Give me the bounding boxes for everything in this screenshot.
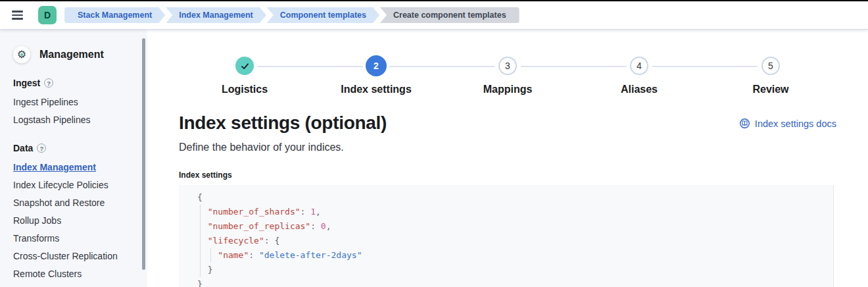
wizard-step-logistics[interactable]: Logistics xyxy=(179,57,310,95)
sidebar-title: Management xyxy=(39,49,104,61)
management-sidebar: ⚙ Management Ingest?Ingest PipelinesLogs… xyxy=(0,29,147,287)
help-question-icon[interactable]: ? xyxy=(37,144,46,153)
check-icon xyxy=(240,61,250,71)
main-panel: Logistics2Index settings3Mappings4Aliase… xyxy=(147,29,868,287)
step-circle[interactable]: 4 xyxy=(630,57,648,75)
code-line: "number_of_shards": 1, xyxy=(197,205,833,219)
sidebar-sections: Ingest?Ingest PipelinesLogstash Pipeline… xyxy=(12,78,138,287)
step-circle[interactable]: 5 xyxy=(761,57,780,75)
sidebar-item-cross-cluster-replication[interactable]: Cross-Cluster Replication xyxy=(13,247,138,265)
sidebar-item-transforms[interactable]: Transforms xyxy=(13,229,138,247)
page-title: Index settings (optional) xyxy=(179,113,387,134)
docs-link-label: Index settings docs xyxy=(755,118,836,129)
step-label: Review xyxy=(705,84,836,95)
sidebar-heading-label: Ingest xyxy=(13,78,40,88)
sidebar-heading-data: Data? xyxy=(13,143,138,153)
app-header: D Stack ManagementIndex ManagementCompon… xyxy=(0,1,868,30)
sidebar-item-remote-clusters[interactable]: Remote Clusters xyxy=(13,265,138,282)
help-question-icon[interactable]: ? xyxy=(44,78,53,88)
code-line: "number_of_replicas": 0, xyxy=(197,219,833,234)
step-content: Index settings (optional) Index settings… xyxy=(147,113,868,287)
step-circle[interactable]: 2 xyxy=(366,55,387,76)
sidebar-heading-label: Data xyxy=(13,143,33,153)
indent-guide xyxy=(210,248,211,263)
breadcrumb-component-templates[interactable]: Component templates xyxy=(267,7,379,23)
code-line: { xyxy=(197,190,833,205)
step-label: Index settings xyxy=(310,84,442,95)
space-avatar[interactable]: D xyxy=(38,6,57,24)
documentation-icon xyxy=(739,118,750,129)
sidebar-item-index-lifecycle-policies[interactable]: Index Lifecycle Policies xyxy=(13,176,138,194)
sidebar-item-snapshot-and-restore[interactable]: Snapshot and Restore xyxy=(13,194,138,211)
step-label: Logistics xyxy=(179,84,310,95)
sidebar-item-ingest-pipelines[interactable]: Ingest Pipelines xyxy=(13,93,138,111)
menu-hamburger-icon[interactable] xyxy=(8,3,33,28)
breadcrumb-stack-management[interactable]: Stack Management xyxy=(64,7,165,23)
gear-icon: ⚙ xyxy=(13,46,30,63)
sidebar-item-rollup-jobs[interactable]: Rollup Jobs xyxy=(13,211,138,229)
editor-label: Index settings xyxy=(179,170,836,180)
breadcrumbs: Stack ManagementIndex ManagementComponen… xyxy=(64,7,520,23)
breadcrumb-create-component-templates: Create component templates xyxy=(380,7,519,23)
code-line: } xyxy=(197,263,833,277)
wizard-step-review[interactable]: 5Review xyxy=(705,57,836,95)
breadcrumb-index-management[interactable]: Index Management xyxy=(166,7,266,23)
sidebar-section-data: Data?Index ManagementIndex Lifecycle Pol… xyxy=(12,143,138,287)
code-line: "lifecycle": { xyxy=(197,234,833,248)
sidebar-item-index-management[interactable]: Index Management xyxy=(13,158,138,176)
step-label: Aliases xyxy=(573,84,705,95)
sidebar-heading-ingest: Ingest? xyxy=(13,78,138,88)
code-line: "name": "delete-after-2days" xyxy=(197,248,833,263)
sidebar-item-logstash-pipelines[interactable]: Logstash Pipelines xyxy=(13,111,138,128)
sidebar-scrollbar[interactable] xyxy=(142,38,145,270)
step-circle[interactable]: 3 xyxy=(498,57,517,75)
step-label: Mappings xyxy=(442,84,573,95)
wizard-step-index-settings[interactable]: 2Index settings xyxy=(310,57,442,95)
wizard-step-aliases[interactable]: 4Aliases xyxy=(573,57,705,95)
sidebar-header: ⚙ Management xyxy=(13,46,138,63)
step-complete-circle[interactable] xyxy=(235,57,254,75)
index-settings-editor[interactable]: { "number_of_shards": 1, "number_of_repl… xyxy=(179,185,834,287)
page-subtitle: Define the behavior of your indices. xyxy=(179,142,836,153)
title-row: Index settings (optional) Index settings… xyxy=(179,113,836,134)
sidebar-item-migrate[interactable]: Migrate xyxy=(13,282,138,287)
wizard-stepper: Logistics2Index settings3Mappings4Aliase… xyxy=(179,57,836,95)
code-line: } xyxy=(197,277,833,287)
docs-link[interactable]: Index settings docs xyxy=(739,118,836,129)
wizard-step-mappings[interactable]: 3Mappings xyxy=(442,57,573,95)
indent-guide xyxy=(200,205,201,277)
sidebar-section-ingest: Ingest?Ingest PipelinesLogstash Pipeline… xyxy=(12,78,138,128)
